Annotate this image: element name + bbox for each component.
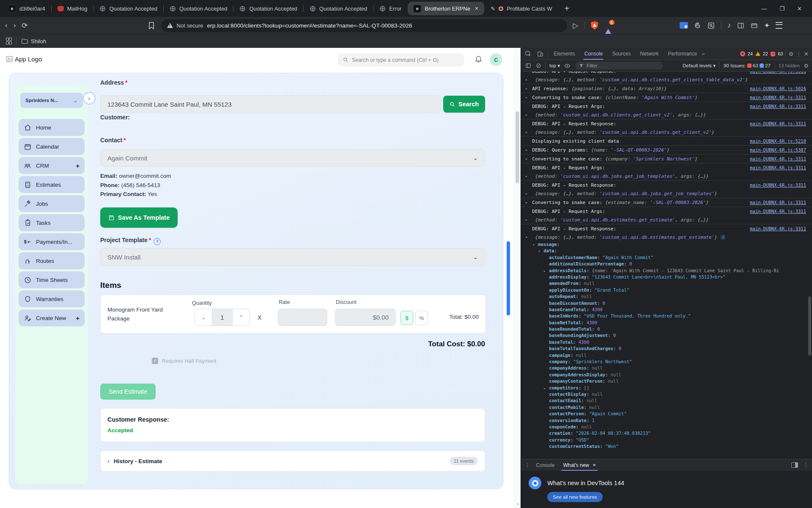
console-message[interactable]: ▸{method: 'custom_ui.api.db.jobs.get_job… — [521, 172, 812, 180]
source-link[interactable]: main-DUBNX-6R.js:3311 — [745, 182, 806, 188]
object-property[interactable]: contactEmail: null — [521, 398, 812, 404]
object-property[interactable]: companyAddressDisplay: null — [521, 372, 812, 378]
object-property[interactable]: contactMobile: null — [521, 404, 812, 411]
object-property[interactable]: customCurrentStatus: "Won" — [521, 443, 812, 450]
issues-count[interactable]: 63 — [778, 51, 783, 56]
panel-scroll-indicator[interactable] — [507, 241, 510, 315]
quantity-increase-button[interactable]: ⌃ — [232, 309, 250, 326]
object-property[interactable]: addressDisplay: "123643 Commit Lane<br>\… — [521, 274, 812, 280]
console-message[interactable]: DEBUG: API - Request Args:main-DUBNX-6R.… — [521, 207, 812, 215]
clear-console-icon[interactable]: ⊘ — [536, 62, 541, 69]
drawer-tab-console[interactable]: Console — [532, 459, 559, 471]
expand-arrow-icon[interactable]: ▸ — [525, 148, 527, 152]
console-message[interactable]: DEBUG: API - Request Response:main-DUBNX… — [521, 72, 812, 75]
object-property[interactable]: ▾data: — [521, 248, 812, 254]
password-manager-icon[interactable] — [680, 22, 688, 29]
error-count[interactable]: 24 — [748, 51, 753, 56]
discount-input[interactable]: $0.00 — [335, 309, 396, 326]
more-tabs-icon[interactable]: » — [702, 51, 705, 56]
object-property[interactable]: contactDisplay: null — [521, 391, 812, 398]
object-property[interactable]: baseGrandTotal: 4300 — [521, 306, 812, 313]
object-property[interactable]: ▸addressDetails: {name: 'Again With Comm… — [521, 268, 812, 274]
object-preview[interactable]: {method: 'custom_ui.api.db.jobs.get_job_… — [535, 174, 709, 179]
bookmark-flag-icon[interactable] — [148, 22, 155, 29]
url-text[interactable]: erp.local:8000/clients?lookup=customer#/… — [207, 22, 412, 29]
send-estimate-button[interactable]: Send Estimate — [100, 384, 156, 400]
object-preview[interactable]: {pagination: {…}, data: Array(10)} — [571, 86, 667, 91]
media-icon[interactable]: ♪ — [727, 21, 731, 30]
object-property[interactable]: ▾message: — [521, 241, 812, 248]
console-message[interactable]: ▸API response:{pagination: {…}, data: Ar… — [521, 84, 812, 93]
sidebar-item-routes[interactable]: Routes — [19, 252, 85, 269]
devtools-tab-elements[interactable]: Elements — [553, 48, 576, 60]
object-property[interactable]: baseInWords: "USD Four Thousand, Three H… — [521, 313, 812, 319]
console-entry[interactable]: DEBUG: API - Request Args:main-DUBNX-6R.… — [521, 163, 812, 180]
object-property[interactable]: baseTotal: 4300 — [521, 339, 812, 345]
eye-icon[interactable] — [564, 62, 571, 69]
source-link[interactable]: main-DUBNX-6R.js:3311 — [745, 165, 806, 170]
info-icon[interactable]: i — [721, 235, 725, 240]
console-message[interactable]: ▾{message: {…}, method: 'custom_ui.api.d… — [521, 233, 812, 241]
object-property[interactable]: companyAddress: null — [521, 365, 812, 371]
minimize-button[interactable]: — — [761, 6, 767, 12]
expand-arrow-icon[interactable]: ▸ — [525, 191, 527, 196]
console-message[interactable]: ▸{method: 'custom_ui.api.db.clients.get_… — [521, 110, 812, 119]
workspace-select[interactable]: Sprinklers N... ⌄ — [20, 93, 83, 108]
page-scrollbar[interactable]: ⌄ — [514, 48, 521, 508]
discount-percent-toggle[interactable]: % — [415, 311, 428, 325]
address-search-button[interactable]: Search — [443, 96, 485, 113]
expand-arrow-icon[interactable]: ▾ — [538, 248, 543, 254]
restore-button[interactable]: ❐ — [779, 6, 785, 12]
object-property[interactable]: contactPerson: "Again Commit" — [521, 411, 812, 417]
source-link[interactable]: main-DUBNX-6R.js:3311 — [745, 209, 806, 214]
object-property[interactable]: creation: "2026-02-04 08:37:48.038213" — [521, 430, 812, 436]
console-message[interactable]: ▸Converting to snake case:{estimate_name… — [521, 198, 812, 207]
scroll-down-arrow[interactable]: ⌄ — [516, 501, 519, 505]
expand-arrow-icon[interactable]: ▸ — [525, 200, 527, 204]
drawer-menu-icon[interactable]: ⋮ — [803, 462, 809, 468]
console-message[interactable]: ▸{message: {…}, method: 'custom_ui.api.d… — [521, 128, 812, 136]
see-all-new-features-button[interactable]: See all new features — [547, 492, 602, 502]
source-link[interactable]: main-DUBNX-6R.js:5026 — [745, 86, 806, 91]
console-entry[interactable]: Displaying existing client datamain-DUBN… — [521, 136, 812, 145]
source-link[interactable]: main-DUBNX-6R.js:3311 — [745, 72, 806, 74]
quantity-value[interactable]: 1 — [212, 309, 232, 326]
object-property[interactable]: amendedFrom: null — [521, 280, 812, 287]
browser-tab[interactable]: Quotation Accepted — [234, 0, 302, 17]
page-scrollbar-thumb[interactable] — [516, 111, 519, 183]
object-property[interactable]: baseRoundingAdjustment: 0 — [521, 332, 812, 339]
context-selector[interactable]: top ▾ — [549, 63, 560, 69]
forward-button[interactable]: › — [14, 21, 16, 30]
console-entry[interactable]: DEBUG: API - Request Response:main-DUBNX… — [521, 72, 812, 84]
window-close-button[interactable]: ✕ — [797, 6, 802, 12]
console-message[interactable]: DEBUG: API - Request Response:main-DUBNX… — [521, 181, 812, 189]
object-property[interactable]: applyDiscountOn: "Grand Total" — [521, 287, 812, 293]
expand-arrow-icon[interactable]: ▸ — [543, 268, 549, 274]
save-as-template-button[interactable]: Save As Template — [100, 207, 178, 228]
console-entry[interactable]: DEBUG: API - Request Args:main-DUBNX-6R.… — [521, 207, 812, 224]
source-link[interactable]: main-DUBNX-6R.js:3311 — [745, 121, 806, 126]
source-link[interactable]: main-DUBNX-6R.js:3311 — [745, 200, 806, 205]
console-sidebar-icon[interactable] — [524, 62, 532, 69]
address-bar[interactable]: Not secure erp.local:8000/clients?lookup… — [161, 19, 567, 32]
object-property[interactable]: conversionRate: 1 — [521, 417, 812, 424]
kebab-menu-icon[interactable]: ⋮ — [796, 51, 801, 57]
history-accordion[interactable]: › History - Estimate 11 events — [100, 450, 485, 472]
object-preview[interactable]: {method: 'custom_ui.api.db.clients.get_c… — [535, 112, 706, 118]
add-icon[interactable]: + — [76, 162, 80, 169]
search-box-icon[interactable] — [708, 22, 715, 29]
console-entry[interactable]: ▸Converting to snake case:{clientName: '… — [521, 93, 812, 102]
object-property[interactable]: campaign: null — [521, 352, 812, 359]
object-property[interactable]: baseDiscountAmount: 0 — [521, 300, 812, 306]
sidebar-item-crm[interactable]: CRM+ — [19, 157, 85, 174]
share-icon[interactable]: ▷ — [573, 21, 579, 30]
reload-button[interactable]: ⟳ — [22, 21, 27, 30]
console-message[interactable]: ▸Converting to snake case:{clientName: '… — [521, 93, 812, 102]
object-preview[interactable]: {company: 'Sprinklers Northwest'} — [605, 156, 698, 162]
apps-grid-icon[interactable] — [6, 38, 11, 44]
console-message[interactable]: DEBUG: API - Request Response:main-DUBNX… — [521, 224, 812, 233]
issues-icon[interactable]: ? — [771, 52, 775, 56]
expand-arrow-icon[interactable]: ▸ — [525, 130, 527, 134]
sidebar-item-create-new[interactable]: Create New+ — [19, 309, 85, 326]
object-property[interactable]: company: "Sprinklers Northwest" — [521, 359, 812, 365]
